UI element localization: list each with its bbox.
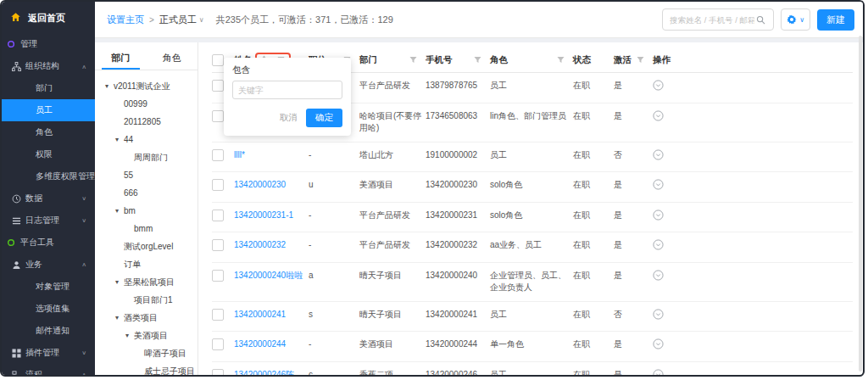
tree-node[interactable]: 测试orgLevel xyxy=(95,238,198,255)
tree-node[interactable]: ▾bm xyxy=(95,202,198,220)
row-checkbox[interactable] xyxy=(212,369,224,376)
cell-status: 在职 xyxy=(573,103,614,142)
sidebar-item-role[interactable]: 角色 xyxy=(2,121,95,143)
breadcrumb-settings-home[interactable]: 设置主页 xyxy=(107,14,144,26)
tree-node[interactable]: 项目部门1 xyxy=(95,291,198,309)
cell-role: aa业务、员工 xyxy=(490,232,573,262)
sidebar-item-email-notification[interactable]: 邮件通知 xyxy=(2,320,95,342)
create-new-button[interactable]: 新建 xyxy=(817,9,854,31)
cell-department: 平台产品研发 xyxy=(359,232,426,262)
row-actions-icon[interactable] xyxy=(653,210,664,221)
sidebar-item-business[interactable]: 业务∧ xyxy=(2,254,95,276)
row-actions-icon[interactable] xyxy=(653,80,664,91)
filter-icon[interactable] xyxy=(409,56,422,64)
employee-name-link[interactable]: 13420000241 xyxy=(234,310,286,319)
sidebar-item-department[interactable]: 部门 xyxy=(2,77,95,99)
sidebar-item-object-management[interactable]: 对象管理 xyxy=(2,276,95,298)
tree-node[interactable]: 周周部门 xyxy=(95,148,198,166)
sidebar-item-org-structure[interactable]: 组织结构∧ xyxy=(2,55,95,77)
filter-icon[interactable] xyxy=(474,56,487,64)
employee-name-link[interactable]: 13420000244 xyxy=(234,339,286,349)
caret-down-icon[interactable]: ▾ xyxy=(115,207,124,215)
tree-node-label: 啤酒子项目 xyxy=(144,348,186,360)
search-icon[interactable] xyxy=(756,15,765,25)
row-checkbox[interactable] xyxy=(212,270,224,282)
sidebar-item-log-management[interactable]: 日志管理∨ xyxy=(2,210,95,232)
employee-name-link[interactable]: 13420000232 xyxy=(234,240,286,249)
row-checkbox[interactable] xyxy=(212,210,224,221)
filter-confirm-button[interactable]: 确定 xyxy=(306,109,342,127)
breadcrumb-caret-icon[interactable]: ∨ xyxy=(199,16,204,24)
caret-down-icon[interactable]: ▾ xyxy=(115,136,124,143)
tree-node[interactable]: ▾v2011测试企业 xyxy=(95,77,198,95)
row-checkbox[interactable] xyxy=(212,110,224,122)
search-input[interactable] xyxy=(668,14,756,25)
breadcrumb-current[interactable]: 正式员工 xyxy=(159,14,197,26)
filter-cancel-button[interactable]: 取消 xyxy=(280,112,298,124)
cell-role: 单一角色 xyxy=(490,332,573,361)
select-all-checkbox[interactable] xyxy=(212,54,224,66)
tree-node[interactable]: 订单 xyxy=(95,255,198,273)
tree-node[interactable]: 00999 xyxy=(95,95,198,113)
tree-node[interactable]: ▾酒类项目 xyxy=(95,309,198,327)
row-checkbox[interactable] xyxy=(212,80,224,92)
sidebar-item-multi-dim-permission[interactable]: 多维度权限管理 xyxy=(2,165,95,187)
filter-keyword-input[interactable] xyxy=(232,81,342,99)
employee-name-link[interactable]: llll* xyxy=(234,150,245,159)
cell-status: 在职 xyxy=(573,362,614,376)
caret-down-icon[interactable]: ▾ xyxy=(115,278,124,286)
row-actions-icon[interactable] xyxy=(653,338,664,349)
back-home-button[interactable]: 返回首页 xyxy=(2,2,95,33)
sidebar-item-permission[interactable]: 权限 xyxy=(2,143,95,165)
tree-node[interactable]: 55 xyxy=(95,166,198,184)
sidebar-item-workflow[interactable]: 流程∧ xyxy=(2,364,95,377)
tree-node[interactable]: 20112805 xyxy=(95,113,198,131)
sidebar-item-platform-tools[interactable]: 平台工具 xyxy=(2,232,95,254)
filter-icon[interactable] xyxy=(637,56,649,64)
row-checkbox[interactable] xyxy=(212,179,224,191)
vertical-scrollbar[interactable] xyxy=(859,36,862,372)
sidebar-item-plugin-management[interactable]: 插件管理∨ xyxy=(2,342,95,364)
cell-activated: 是 xyxy=(614,232,653,262)
chevron-down-icon: ∨ xyxy=(799,16,804,24)
cell-action xyxy=(653,103,853,142)
tree-node[interactable]: 啤酒子项目 xyxy=(95,344,198,362)
sidebar-item-label: 管理 xyxy=(20,38,37,50)
row-actions-icon[interactable] xyxy=(653,179,664,190)
tab-role[interactable]: 角色 xyxy=(147,48,198,70)
row-actions-icon[interactable] xyxy=(653,369,664,376)
sidebar-item-option-value-set[interactable]: 选项值集 xyxy=(2,298,95,320)
cell-department: 塔山北方 xyxy=(359,142,426,172)
sidebar-item-data[interactable]: 数据∨ xyxy=(2,187,95,210)
column-label-activated: 激活 xyxy=(614,53,632,66)
employee-name-link[interactable]: 13420000231-1 xyxy=(234,210,293,220)
row-checkbox[interactable] xyxy=(212,309,224,321)
employee-name-link[interactable]: 13420000246陈 xyxy=(234,370,294,376)
tree-node[interactable]: ▾坚果松鼠项目 xyxy=(95,273,198,291)
caret-down-icon[interactable]: ▾ xyxy=(105,82,114,90)
tab-department[interactable]: 部门 xyxy=(95,48,147,70)
row-actions-icon[interactable] xyxy=(653,149,664,160)
tree-node[interactable]: 666 xyxy=(95,184,198,202)
row-checkbox[interactable] xyxy=(212,338,224,350)
tree-node[interactable]: ▾美酒项目 xyxy=(95,327,198,344)
filter-icon[interactable] xyxy=(557,56,570,64)
sidebar-item-employee[interactable]: 员工 xyxy=(2,99,95,121)
tree-node[interactable]: bmm xyxy=(95,220,198,238)
row-checkbox[interactable] xyxy=(212,239,224,251)
tree-node[interactable]: ▾44 xyxy=(95,131,198,148)
row-actions-icon[interactable] xyxy=(653,110,664,121)
chevron-up-icon: ∧ xyxy=(81,372,86,377)
row-actions-icon[interactable] xyxy=(653,270,664,281)
row-actions-icon[interactable] xyxy=(653,239,664,250)
tree-node[interactable]: 威士忌子项目 xyxy=(95,362,198,375)
row-actions-icon[interactable] xyxy=(653,309,664,320)
cell-action xyxy=(653,232,853,262)
settings-dropdown-button[interactable]: ∨ xyxy=(781,8,810,31)
employee-name-link[interactable]: 13420000240啦啦 xyxy=(234,271,303,280)
row-checkbox[interactable] xyxy=(212,149,224,161)
caret-down-icon[interactable]: ▾ xyxy=(115,314,124,321)
caret-down-icon[interactable]: ▾ xyxy=(125,332,134,339)
employee-name-link[interactable]: 13420000230 xyxy=(234,180,286,189)
sidebar-item-manage[interactable]: 管理 xyxy=(2,33,95,55)
